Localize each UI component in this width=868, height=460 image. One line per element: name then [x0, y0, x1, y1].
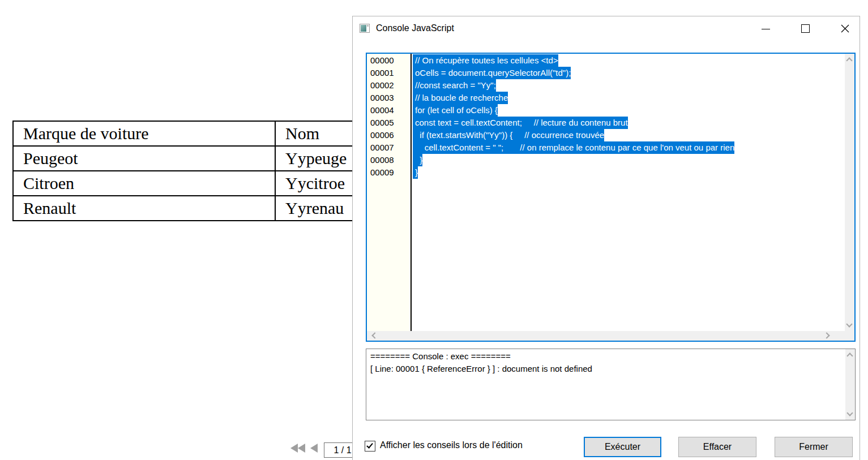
code-text-selected: if (text.startsWith("Yy")) { // occurren… — [413, 129, 604, 141]
header-marque: Marque de voiture — [13, 121, 275, 146]
code-text-selected: oCells = document.querySelectorAll("td")… — [413, 67, 571, 79]
dialog-title-bar[interactable]: Console JavaScript — [353, 16, 860, 41]
code-line[interactable]: 00006 if (text.startsWith("Yy")) { // oc… — [367, 129, 845, 141]
code-line[interactable]: 00000 // On récupère toutes les cellules… — [367, 54, 845, 67]
scroll-down-icon[interactable] — [846, 321, 852, 327]
line-number: 00002 — [367, 79, 413, 92]
maximize-button[interactable] — [797, 20, 814, 37]
scroll-down-icon[interactable] — [846, 410, 853, 416]
close-button[interactable] — [836, 20, 853, 37]
first-page-icon[interactable] — [290, 444, 298, 453]
close-dialog-button[interactable]: Fermer — [775, 437, 853, 457]
show-hints-checkbox[interactable] — [365, 441, 375, 452]
code-editor[interactable]: 00000 // On récupère toutes les cellules… — [366, 53, 856, 342]
code-line[interactable]: 00007 cell.textContent = " "; // on remp… — [367, 141, 845, 154]
console-vertical-scrollbar[interactable] — [845, 349, 855, 420]
line-number: 00000 — [367, 54, 413, 67]
scrollbar-corner — [845, 331, 854, 341]
code-line[interactable]: 00001 oCells = document.querySelectorAll… — [367, 67, 845, 79]
console-error-line: [ Line: 00001 { ReferenceError } ] : doc… — [366, 363, 855, 375]
line-number: 00001 — [367, 67, 413, 79]
code-text-selected: } — [413, 154, 422, 166]
code-line[interactable]: 00009 } — [367, 166, 845, 179]
first-page-icon-2[interactable] — [298, 444, 305, 453]
previous-page-icon[interactable] — [310, 444, 318, 453]
line-number: 00005 — [367, 117, 413, 129]
console-output[interactable]: ======== Console : exec ======== [ Line:… — [366, 349, 856, 420]
code-text-selected: // On récupère toutes les cellules <td> — [413, 54, 558, 67]
code-line[interactable]: 00005 const text = cell.textContent; // … — [367, 117, 845, 129]
console-javascript-dialog: Console JavaScript 00000 // On récupère … — [352, 16, 860, 460]
line-number: 00004 — [367, 104, 413, 117]
console-exec-header: ======== Console : exec ======== — [366, 349, 855, 363]
code-line[interactable]: 00004 for (let cell of oCells) { — [367, 104, 845, 117]
cell-marque: Renault — [13, 196, 275, 221]
line-number: 00007 — [367, 141, 413, 154]
show-hints-label: Afficher les conseils lors de l'édition — [380, 440, 523, 450]
execute-button[interactable]: Exécuter — [584, 437, 661, 457]
code-line[interactable]: 00002 //const search = "Yy"; — [367, 79, 845, 92]
code-lines: 00000 // On récupère toutes les cellules… — [367, 54, 845, 179]
editor-vertical-scrollbar[interactable] — [845, 54, 854, 331]
line-number: 00009 — [367, 166, 413, 179]
scroll-left-icon[interactable] — [371, 332, 378, 338]
code-text-selected: for (let cell of oCells) { — [413, 104, 498, 117]
code-line[interactable]: 00003 // la boucle de recherche — [367, 92, 845, 104]
clear-button[interactable]: Effacer — [678, 437, 756, 457]
line-number: 00008 — [367, 154, 413, 166]
close-icon — [836, 20, 853, 37]
line-number: 00006 — [367, 129, 413, 141]
scroll-up-icon[interactable] — [846, 57, 852, 63]
maximize-icon — [801, 24, 810, 33]
checkmark-icon — [366, 441, 373, 448]
minimize-icon — [762, 29, 770, 29]
console-window-icon — [360, 24, 370, 33]
code-text-selected: const text = cell.textContent; // lectur… — [413, 117, 628, 129]
editor-horizontal-scrollbar[interactable] — [367, 331, 845, 341]
code-text-selected: //const search = "Yy"; — [413, 79, 496, 92]
code-line[interactable]: 00008 } — [367, 154, 845, 166]
scroll-right-icon[interactable] — [823, 332, 829, 338]
line-number: 00003 — [367, 92, 413, 104]
cell-marque: Peugeot — [13, 146, 275, 171]
minimize-button[interactable] — [757, 20, 774, 37]
scroll-up-icon[interactable] — [846, 352, 853, 359]
code-text-selected: // la boucle de recherche — [413, 92, 508, 104]
dialog-title: Console JavaScript — [376, 23, 454, 33]
code-text-selected: cell.textContent = " "; // on remplace l… — [413, 141, 734, 154]
code-text-selected: } — [413, 166, 418, 179]
cell-marque: Citroen — [13, 171, 275, 196]
